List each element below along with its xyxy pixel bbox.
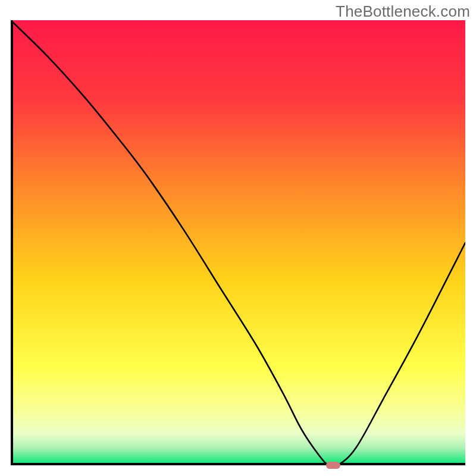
watermark-text: TheBottleneck.com bbox=[336, 2, 470, 21]
chart-stage: TheBottleneck.com bbox=[0, 0, 476, 476]
optimal-point-marker bbox=[326, 462, 340, 469]
axes-frame bbox=[11, 20, 465, 465]
